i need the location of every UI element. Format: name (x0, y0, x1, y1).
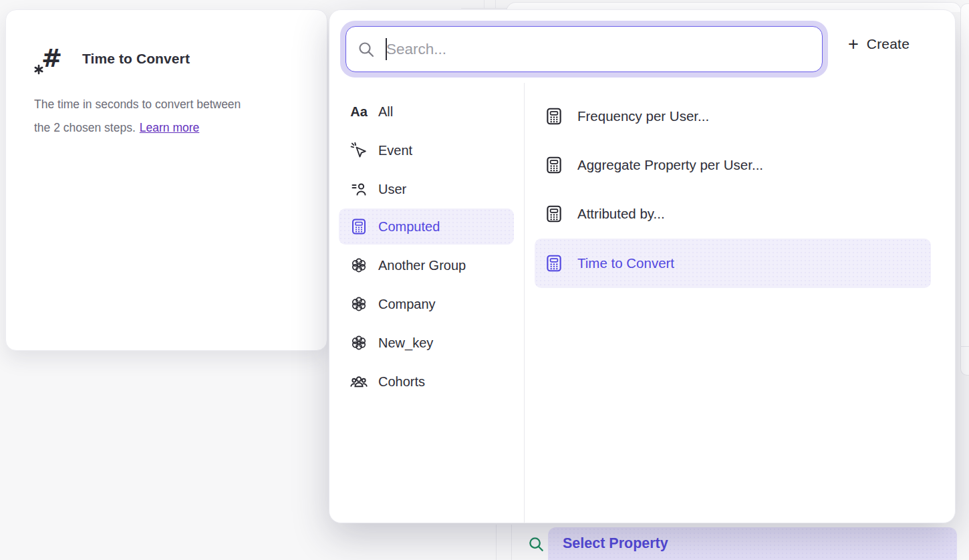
svg-text:#: # (41, 44, 62, 73)
search-input[interactable] (385, 35, 822, 63)
cohorts-icon (350, 372, 368, 391)
category-label: Cohorts (378, 374, 425, 390)
category-event[interactable]: Event (339, 134, 514, 167)
group-icon (350, 256, 368, 275)
background-panel-edge (960, 3, 969, 376)
category-computed[interactable]: Computed (339, 208, 514, 245)
cursor-click-icon (350, 141, 368, 160)
result-label: Frequency per User... (577, 108, 709, 124)
category-label: New_key (378, 335, 433, 351)
search-icon (357, 40, 376, 59)
sidebar-divider (524, 83, 525, 523)
category-another-group[interactable]: Another Group (339, 249, 514, 282)
learn-more-link[interactable]: Learn more (140, 121, 200, 134)
background-divider (496, 525, 497, 560)
create-button-label: Create (867, 36, 910, 52)
plus-icon: + (848, 35, 859, 53)
background-divider (495, 0, 496, 8)
category-new-key[interactable]: New_key (339, 326, 514, 360)
card-description: The time in seconds to convert between t… (34, 93, 301, 140)
group-icon (350, 295, 368, 313)
result-label: Attributed by... (577, 206, 665, 222)
category-label: Another Group (378, 258, 466, 273)
description-line: the 2 chosen steps. (34, 121, 136, 134)
category-label: Company (378, 297, 436, 312)
category-company[interactable]: Company (339, 287, 514, 321)
text-cursor (386, 38, 387, 60)
result-time-to-convert[interactable]: Time to Convert (535, 239, 931, 288)
background-divider (511, 525, 512, 560)
property-picker-dropdown: + Create Aa All Event (329, 9, 956, 523)
numeric-property-icon: # (33, 42, 63, 76)
result-label: Aggregate Property per User... (577, 157, 763, 173)
select-property-pill[interactable]: Select Property (548, 527, 957, 560)
user-icon (350, 180, 368, 198)
text-format-icon: Aa (350, 102, 368, 121)
calculator-icon (544, 253, 564, 273)
card-header: # Time to Convert (33, 42, 190, 76)
category-label: Computed (378, 219, 440, 235)
result-aggregate-property-per-user[interactable]: Aggregate Property per User... (535, 141, 931, 189)
category-label: All (378, 104, 393, 120)
select-property-control[interactable]: Select Property (521, 525, 962, 560)
category-user[interactable]: User (339, 172, 514, 206)
category-all[interactable]: Aa All (339, 95, 514, 128)
background-divider (484, 0, 484, 8)
search-bar[interactable] (345, 26, 823, 72)
create-button[interactable]: + Create (841, 29, 916, 59)
screen: # Time to Convert The time in seconds to… (0, 0, 969, 560)
property-info-card: # Time to Convert The time in seconds to… (5, 9, 327, 351)
result-attributed-by[interactable]: Attributed by... (535, 190, 931, 238)
search-focus-ring (340, 21, 828, 78)
background-divider (961, 346, 969, 347)
category-label: Event (378, 143, 412, 158)
calculator-icon (544, 204, 564, 224)
background-divider (461, 8, 507, 9)
page-title: Time to Convert (82, 51, 190, 67)
result-label: Time to Convert (577, 255, 674, 271)
select-property-search-icon (527, 535, 545, 553)
group-icon (350, 333, 368, 352)
result-frequency-per-user[interactable]: Frequency per User... (535, 92, 931, 140)
calculator-icon (350, 217, 368, 236)
select-property-label: Select Property (563, 535, 668, 552)
calculator-icon (544, 155, 564, 175)
category-label: User (378, 182, 406, 197)
calculator-icon (544, 106, 564, 126)
category-cohorts[interactable]: Cohorts (339, 365, 514, 398)
description-line: The time in seconds to convert between (34, 98, 241, 111)
